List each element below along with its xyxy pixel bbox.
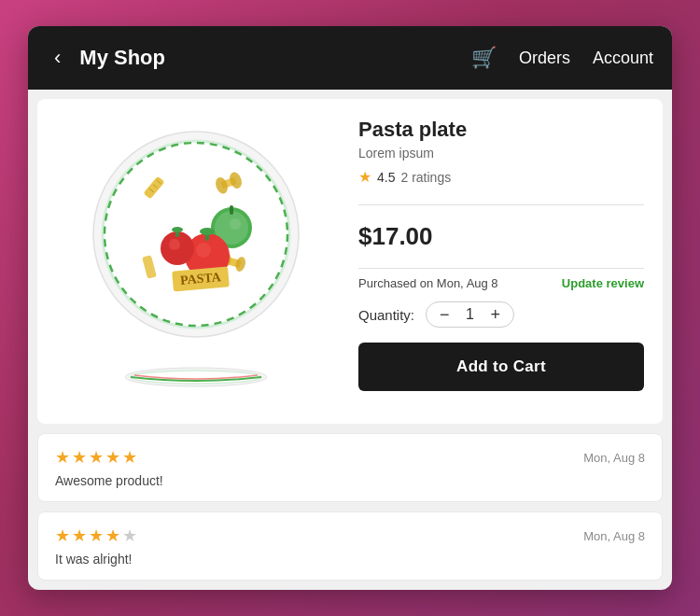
star-filled-icon: ★ — [55, 447, 70, 468]
product-image-section: PASTA — [56, 118, 336, 405]
svg-point-16 — [230, 218, 241, 230]
rating-count: 2 ratings — [400, 170, 451, 185]
star-filled-icon: ★ — [55, 525, 70, 546]
star-filled-icon: ★ — [89, 525, 104, 546]
svg-rect-17 — [230, 205, 233, 215]
divider-1 — [358, 204, 644, 205]
review-card: ★★★★★ Mon, Aug 8 It was alright! — [37, 511, 663, 581]
star-filled-icon: ★ — [72, 447, 87, 468]
star-filled-icon: ★ — [105, 447, 120, 468]
review-header: ★★★★★ Mon, Aug 8 — [55, 447, 645, 468]
app-container: ‹ My Shop 🛒 Orders Account — [28, 26, 672, 590]
product-name: Pasta plate — [358, 118, 644, 142]
review-card: ★★★★★ Mon, Aug 8 Awesome product! — [37, 433, 663, 502]
quantity-value: 1 — [463, 306, 478, 323]
star-icon: ★ — [358, 168, 371, 186]
shop-title: My Shop — [79, 46, 471, 70]
svg-point-19 — [196, 243, 211, 258]
header-nav: 🛒 Orders Account — [471, 46, 653, 70]
add-to-cart-button[interactable]: Add to Cart — [358, 343, 644, 391]
update-review-button[interactable]: Update review — [562, 276, 644, 290]
svg-point-23 — [169, 239, 180, 250]
reviews-section: ★★★★★ Mon, Aug 8 Awesome product! ★★★★★ … — [37, 433, 663, 581]
review-stars: ★★★★★ — [55, 525, 137, 546]
product-subtitle: Lorem ipsum — [358, 146, 644, 161]
star-filled-icon: ★ — [72, 525, 87, 546]
star-filled-icon: ★ — [122, 447, 137, 468]
review-text: It was alright! — [55, 552, 645, 567]
product-image-side — [121, 358, 271, 396]
review-header: ★★★★★ Mon, Aug 8 — [55, 525, 645, 546]
review-date: Mon, Aug 8 — [583, 529, 645, 543]
quantity-decrease-button[interactable]: − — [438, 306, 452, 323]
orders-link[interactable]: Orders — [519, 49, 570, 68]
svg-point-21 — [200, 228, 215, 235]
product-card: PASTA Pasta plate Lorem ipsum ★ 4.5 2 ra… — [37, 99, 663, 424]
purchased-text: Purchased on Mon, Aug 8 — [358, 276, 498, 290]
quantity-increase-button[interactable]: + — [489, 306, 503, 323]
account-link[interactable]: Account — [593, 49, 653, 68]
quantity-control: − 1 + — [426, 301, 514, 328]
divider-2 — [358, 268, 644, 269]
product-price: $17.00 — [358, 222, 644, 251]
review-stars: ★★★★★ — [55, 447, 137, 468]
star-empty-icon: ★ — [122, 525, 137, 546]
header: ‹ My Shop 🛒 Orders Account — [28, 26, 672, 90]
rating-score: 4.5 — [377, 170, 395, 185]
quantity-row: Quantity: − 1 + — [358, 301, 644, 328]
star-filled-icon: ★ — [89, 447, 104, 468]
rating-row: ★ 4.5 2 ratings — [358, 168, 644, 186]
purchase-row: Purchased on Mon, Aug 8 Update review — [358, 276, 644, 290]
review-text: Awesome product! — [55, 473, 645, 488]
cart-icon[interactable]: 🛒 — [471, 46, 497, 70]
product-image: PASTA — [84, 127, 308, 351]
svg-point-25 — [172, 227, 183, 232]
review-date: Mon, Aug 8 — [583, 451, 645, 465]
product-details: Pasta plate Lorem ipsum ★ 4.5 2 ratings … — [358, 118, 644, 405]
quantity-label: Quantity: — [358, 307, 414, 323]
back-button[interactable]: ‹ — [47, 42, 68, 74]
star-filled-icon: ★ — [105, 525, 120, 546]
